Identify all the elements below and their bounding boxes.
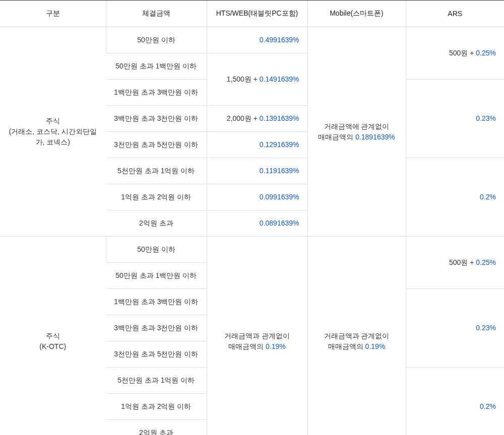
amount-cell: 1억원 초과 2억원 이하	[106, 184, 207, 210]
category-stock: 주식 (거래소, 코스닥, 시간외단일가, 코넥스)	[0, 27, 106, 237]
mobile-text2: 매매금액의	[318, 133, 355, 141]
category-title: 주식	[46, 117, 60, 125]
hts-cell: 2,000원 + 0.1391639%	[207, 106, 307, 132]
hts-text1: 거래금액과 관계없이	[224, 332, 290, 340]
rate-value: 0.1291639%	[260, 140, 299, 149]
amount-cell: 1백만원 초과 3백만원 이하	[106, 80, 207, 106]
header-amount: 체결금액	[106, 1, 207, 27]
hts-prefix: 2,000원 +	[227, 114, 260, 122]
header-category: 구분	[0, 1, 106, 27]
amount-cell: 3백만원 초과 3천만원 이하	[106, 315, 207, 341]
amount-cell: 50만원 초과 1백만원 이하	[106, 263, 207, 289]
category-sub: (거래소, 코스닥, 시간외단일가, 코넥스)	[9, 127, 97, 146]
fee-table: 구분 체결금액 HTS/WEB(태블릿PC포함) Mobile(스마트폰) AR…	[0, 0, 504, 435]
amount-cell: 50만원 이하	[106, 237, 207, 263]
rate-value: 0.1891639%	[355, 133, 395, 141]
rate-value: 0.2%	[480, 402, 496, 410]
ars-cell: 0.23%	[406, 80, 504, 158]
amount-cell: 50만원 이하	[106, 27, 207, 53]
mobile-text1: 거래금액에 관계없이	[324, 122, 390, 130]
hts-prefix: 1,500원 +	[227, 75, 260, 83]
table-row: 주식 (거래소, 코스닥, 시간외단일가, 코넥스) 50만원 이하 0.499…	[0, 27, 504, 53]
amount-cell: 3천만원 초과 5천만원 이하	[106, 132, 207, 158]
hts-cell: 거래금액과 관계없이 매매금액의 0.19%	[207, 237, 307, 436]
amount-cell: 1백만원 초과 3백만원 이하	[106, 289, 207, 315]
ars-cell: 0.2%	[406, 368, 504, 436]
ars-cell: 0.2%	[406, 158, 504, 237]
ars-cell: 500원 + 0.25%	[406, 27, 504, 80]
rate-value: 0.25%	[476, 258, 496, 266]
hts-cell: 0.4991639%	[207, 27, 307, 53]
header-hts: HTS/WEB(태블릿PC포함)	[207, 1, 307, 27]
amount-cell: 2억원 초과	[106, 420, 207, 436]
rate-value: 0.0991639%	[260, 193, 299, 201]
hts-cell: 0.1291639%	[207, 132, 307, 158]
hts-cell: 0.1191639%	[207, 158, 307, 184]
rate-value: 0.19%	[365, 342, 386, 350]
amount-cell: 50만원 초과 1백만원 이하	[106, 53, 207, 80]
header-ars: ARS	[406, 1, 504, 27]
rate-value: 0.1491639%	[260, 75, 299, 83]
rate-value: 0.1191639%	[260, 167, 299, 175]
rate-value: 0.19%	[266, 342, 286, 350]
category-kotc: 주식 (K-OTC)	[0, 237, 106, 436]
rate-value: 0.25%	[476, 49, 496, 57]
amount-cell: 1억원 초과 2억원 이하	[106, 394, 207, 420]
amount-cell: 5천만원 초과 1억원 이하	[106, 158, 207, 184]
amount-cell: 3백만원 초과 3천만원 이하	[106, 106, 207, 132]
amount-cell: 2억원 초과	[106, 210, 207, 237]
table-header: 구분 체결금액 HTS/WEB(태블릿PC포함) Mobile(스마트폰) AR…	[0, 1, 504, 27]
category-title: 주식	[46, 332, 60, 340]
mobile-text2: 매매금액의	[328, 342, 365, 350]
ars-prefix: 500원 +	[449, 258, 476, 266]
rate-value: 0.4991639%	[260, 36, 299, 44]
mobile-cell: 거래금액과 관계없이 매매금액의 0.19%	[307, 237, 406, 436]
ars-prefix: 500원 +	[449, 49, 476, 57]
mobile-cell: 거래금액에 관계없이 매매금액의 0.1891639%	[307, 27, 406, 237]
hts-cell: 1,500원 + 0.1491639%	[207, 53, 307, 106]
ars-cell: 0.23%	[406, 289, 504, 368]
hts-text2: 매매금액의	[228, 342, 266, 350]
rate-value: 0.23%	[476, 114, 496, 122]
category-sub: (K-OTC)	[39, 342, 66, 350]
rate-value: 0.2%	[480, 193, 496, 201]
header-mobile: Mobile(스마트폰)	[307, 1, 406, 27]
amount-cell: 5천만원 초과 1억원 이하	[106, 368, 207, 394]
rate-value: 0.0891639%	[260, 219, 299, 227]
table-row: 주식 (K-OTC) 50만원 이하 거래금액과 관계없이 매매금액의 0.19…	[0, 237, 504, 263]
rate-value: 0.1391639%	[260, 114, 299, 122]
hts-cell: 0.0891639%	[207, 210, 307, 237]
mobile-text1: 거래금액과 관계없이	[324, 332, 390, 340]
amount-cell: 3천만원 초과 5천만원 이하	[106, 341, 207, 368]
rate-value: 0.23%	[476, 324, 496, 332]
hts-cell: 0.0991639%	[207, 184, 307, 210]
ars-cell: 500원 + 0.25%	[406, 237, 504, 289]
